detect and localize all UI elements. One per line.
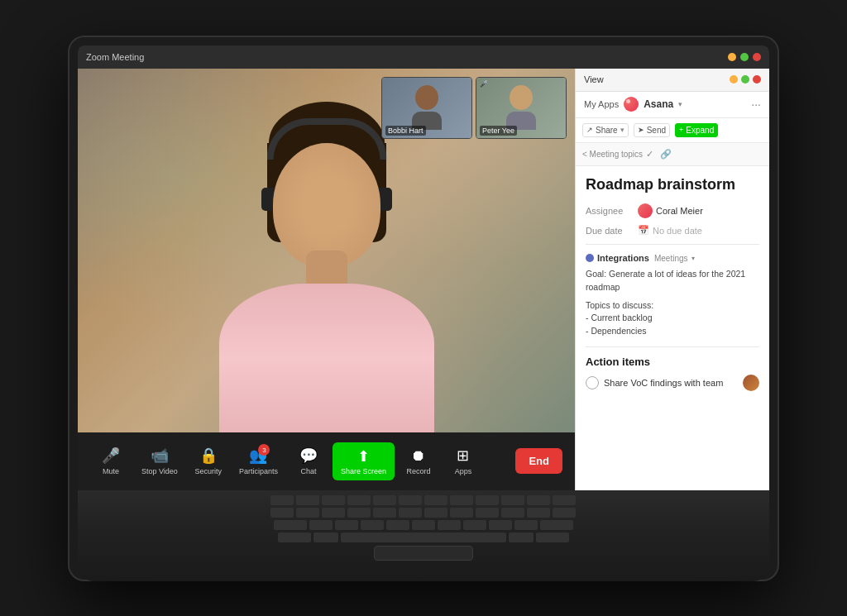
- person-silhouette: [211, 118, 443, 432]
- action-item-text: Share VoC findings with team: [604, 378, 738, 388]
- topics-header: Topics to discuss:: [586, 299, 759, 313]
- spacebar-key: [341, 532, 506, 542]
- key-row-1: [112, 495, 735, 505]
- record-label: Record: [406, 467, 430, 475]
- integrations-section: Integrations Meetings ▾ Goal: Generate a…: [586, 253, 759, 338]
- no-date-text: No due date: [653, 226, 702, 236]
- task-title: Roadmap brainstorm: [586, 176, 759, 194]
- key: [540, 520, 573, 530]
- key: [399, 495, 422, 505]
- zoom-window: Zoom Meeting: [78, 45, 769, 490]
- mute-icon-wrap: 🎤: [102, 446, 120, 465]
- stop-video-button[interactable]: 📹 Stop Video: [135, 442, 184, 480]
- end-button[interactable]: End: [515, 448, 562, 474]
- asana-maximize[interactable]: [741, 75, 749, 84]
- key: [296, 495, 319, 505]
- thumb-head-2: [510, 85, 533, 110]
- share-chevron-icon: ▾: [620, 126, 624, 134]
- key: [424, 495, 447, 505]
- asana-panel: View My Apps Asana ▾ ···: [575, 69, 769, 490]
- window-controls: [728, 53, 761, 61]
- zoom-title: Zoom Meeting: [86, 52, 144, 62]
- due-date-field: Due date 📅 No due date: [586, 225, 759, 236]
- send-icon: ➤: [638, 126, 644, 134]
- key: [322, 508, 345, 518]
- integrations-dot: [586, 254, 594, 262]
- expand-button[interactable]: + Expand: [675, 123, 718, 137]
- key: [424, 508, 447, 518]
- key: [274, 520, 307, 530]
- main-video: Bobbi Hart 🎤: [78, 69, 575, 432]
- link-nav-icon[interactable]: 🔗: [660, 149, 672, 160]
- key: [278, 532, 311, 542]
- person-shirt: [219, 284, 434, 432]
- apps-label: Apps: [455, 467, 472, 475]
- back-button[interactable]: < Meeting topics: [582, 150, 643, 159]
- assignee-name: Coral Meier: [656, 206, 703, 216]
- key: [463, 520, 486, 530]
- security-icon: 🔒: [199, 446, 218, 465]
- share-icon: ↗: [586, 126, 593, 134]
- expand-icon: +: [679, 126, 683, 134]
- apps-icon: ⊞: [457, 446, 469, 465]
- mute-icon: 🎤: [102, 447, 120, 464]
- security-button[interactable]: 🔒 Security: [188, 442, 229, 480]
- record-button[interactable]: ⏺ Record: [398, 442, 439, 480]
- key: [322, 495, 345, 505]
- participants-button[interactable]: 👥 3 Participants: [232, 442, 285, 480]
- screen: Zoom Meeting: [78, 45, 769, 490]
- stop-video-icon-wrap: 📹: [151, 446, 169, 465]
- stop-video-label: Stop Video: [141, 467, 178, 475]
- mic-off-icon: 🎤: [480, 80, 488, 88]
- integrations-sublabel: Meetings: [654, 254, 688, 263]
- due-date-value: 📅 No due date: [638, 225, 702, 236]
- due-date-label: Due date: [586, 226, 631, 236]
- key: [501, 508, 524, 518]
- integrations-header: Integrations Meetings ▾: [586, 253, 759, 263]
- check-nav-icon[interactable]: ✓: [646, 149, 653, 160]
- mute-button[interactable]: 🎤 Mute: [90, 442, 132, 480]
- key: [553, 495, 576, 505]
- key: [335, 520, 358, 530]
- chat-button[interactable]: 💬 Chat: [288, 442, 329, 480]
- asana-close[interactable]: [753, 75, 761, 84]
- key: [509, 532, 534, 542]
- divider-2: [586, 346, 759, 347]
- myapps-label: My Apps: [584, 99, 619, 109]
- key: [373, 495, 396, 505]
- zoom-titlebar: Zoom Meeting: [78, 45, 769, 69]
- send-label: Send: [647, 126, 666, 135]
- minimize-button[interactable]: [728, 53, 736, 61]
- close-button[interactable]: [753, 53, 761, 61]
- send-button[interactable]: ➤ Send: [634, 123, 670, 137]
- main-video-area: Bobbi Hart 🎤: [78, 69, 575, 432]
- participants-label: Participants: [239, 467, 278, 475]
- apps-button[interactable]: ⊞ Apps: [443, 442, 484, 480]
- share-label: Share: [596, 126, 618, 135]
- calendar-icon: 📅: [638, 225, 649, 236]
- thumb-person-1: [410, 85, 443, 131]
- asana-more-button[interactable]: ···: [751, 98, 761, 111]
- share-button[interactable]: ↗ Share ▾: [582, 123, 629, 137]
- asana-topbar: View: [576, 69, 769, 92]
- key: [553, 508, 576, 518]
- divider-1: [586, 244, 759, 245]
- key: [412, 520, 435, 530]
- key: [309, 520, 333, 530]
- share-screen-button[interactable]: ⬆ Share Screen: [333, 442, 395, 480]
- video-section: Bobbi Hart 🎤: [78, 69, 575, 490]
- record-icon: ⏺: [411, 447, 426, 465]
- action-items-header: Action items: [586, 356, 759, 368]
- check-circle[interactable]: [586, 376, 599, 389]
- asana-app-name: Asana: [644, 98, 673, 110]
- thumb-person-2: [505, 85, 538, 131]
- maximize-button[interactable]: [740, 53, 749, 61]
- integrations-chevron-icon: ▾: [691, 255, 695, 262]
- assignee-avatar: [638, 203, 653, 218]
- integrations-content: Goal: Generate a lot of ideas for the 20…: [586, 268, 759, 338]
- key: [296, 508, 319, 518]
- integrations-goal: Goal: Generate a lot of ideas for the 20…: [586, 268, 759, 294]
- security-label: Security: [195, 467, 223, 475]
- action-item-row: Share VoC findings with team: [586, 375, 759, 391]
- asana-minimize[interactable]: [730, 75, 738, 84]
